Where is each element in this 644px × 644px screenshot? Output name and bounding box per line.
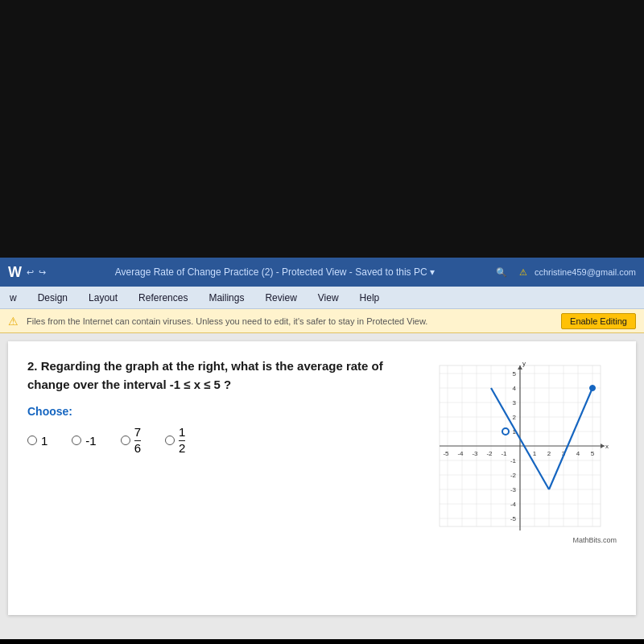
svg-text:4: 4 — [576, 450, 580, 457]
document-area: 2. Regarding the graph at the right, wha… — [0, 333, 644, 639]
choice-3[interactable]: 7 6 — [121, 426, 141, 455]
menu-item-help[interactable]: Help — [357, 291, 383, 305]
redo-icon[interactable]: ↪ — [39, 267, 46, 278]
graph-area: .grid { stroke: #ddd; stroke-width: 0.5;… — [431, 357, 617, 544]
svg-text:x: x — [605, 443, 609, 450]
title-text: Average Rate of Change Practice (2) - Pr… — [115, 266, 427, 278]
radio-2[interactable] — [72, 436, 81, 445]
svg-text:2: 2 — [547, 450, 551, 457]
menu-item-layout[interactable]: Layout — [85, 291, 121, 305]
svg-text:-4: -4 — [510, 501, 517, 508]
menu-item-back[interactable]: w — [6, 291, 20, 305]
svg-text:2: 2 — [513, 414, 517, 421]
svg-text:-5: -5 — [510, 515, 517, 522]
title-bar-left: W ↩ ↪ — [8, 264, 46, 281]
question-header: 2. Regarding the graph at the right, wha… — [27, 357, 415, 394]
svg-text:-1: -1 — [501, 450, 507, 457]
user-email: cchristine459@gmail.com — [535, 267, 636, 277]
warning-icon: ⚠ — [8, 315, 19, 328]
protected-message: Files from the Internet can contain viru… — [27, 316, 427, 326]
radio-1[interactable] — [27, 436, 37, 445]
svg-text:-1: -1 — [510, 457, 517, 464]
choice-4-denominator: 2 — [179, 441, 185, 456]
svg-text:y: y — [522, 360, 526, 367]
choice-1-label: 1 — [41, 434, 47, 448]
question-row: 2. Regarding the graph at the right, wha… — [27, 357, 617, 544]
warning-badge: ⚠ — [519, 267, 527, 277]
document-content: 2. Regarding the graph at the right, wha… — [8, 341, 636, 615]
svg-text:-3: -3 — [472, 450, 478, 457]
svg-text:-2: -2 — [486, 450, 493, 457]
svg-text:-5: -5 — [443, 450, 449, 457]
choices-row: 1 -1 7 6 — [27, 426, 415, 455]
menu-item-review[interactable]: Review — [262, 291, 299, 305]
choice-3-fraction: 7 6 — [134, 426, 141, 455]
menu-item-references[interactable]: References — [135, 291, 191, 305]
menu-item-design[interactable]: Design — [35, 291, 71, 305]
svg-point-51 — [502, 428, 509, 435]
svg-point-52 — [590, 386, 596, 391]
choice-2[interactable]: -1 — [72, 434, 96, 448]
choice-4[interactable]: 1 2 — [165, 426, 185, 455]
radio-4[interactable] — [165, 436, 175, 445]
svg-text:5: 5 — [513, 370, 517, 378]
question-number: 2. — [27, 359, 38, 373]
graph-attribution: MathBits.com — [431, 536, 617, 544]
svg-text:4: 4 — [513, 385, 517, 392]
window-title: Average Rate of Change Practice (2) - Pr… — [54, 266, 496, 278]
svg-text:-2: -2 — [510, 472, 517, 479]
choose-label: Choose: — [27, 405, 415, 418]
graph-container: .grid { stroke: #ddd; stroke-width: 0.5;… — [431, 357, 609, 535]
title-dropdown[interactable]: ▾ — [430, 266, 435, 278]
radio-3[interactable] — [121, 436, 130, 445]
menu-bar: w Design Layout References Mailings Revi… — [0, 287, 644, 309]
menu-item-mailings[interactable]: Mailings — [205, 291, 247, 305]
question-body: Regarding the graph at the right, what i… — [27, 359, 383, 391]
protected-view-bar: ⚠ Files from the Internet can contain vi… — [0, 309, 644, 333]
word-icon: W — [8, 264, 22, 281]
title-bar: W ↩ ↪ Average Rate of Change Practice (2… — [0, 258, 644, 287]
enable-editing-button[interactable]: Enable Editing — [561, 313, 636, 329]
search-icon[interactable]: 🔍 — [496, 267, 507, 277]
user-account[interactable]: 🔍 ⚠ cchristine459@gmail.com — [496, 267, 636, 278]
monitor-top — [0, 0, 644, 258]
undo-icon[interactable]: ↩ — [27, 267, 34, 278]
svg-text:-4: -4 — [457, 450, 464, 457]
svg-marker-25 — [601, 444, 605, 448]
choice-1[interactable]: 1 — [27, 434, 47, 448]
svg-text:5: 5 — [591, 450, 595, 457]
question-text-area: 2. Regarding the graph at the right, wha… — [27, 357, 415, 455]
svg-text:3: 3 — [513, 399, 517, 407]
choice-2-label: -1 — [85, 434, 96, 448]
choice-3-denominator: 6 — [134, 441, 141, 456]
choice-4-numerator: 1 — [179, 426, 185, 441]
menu-item-view[interactable]: View — [315, 291, 342, 305]
coordinate-graph: .grid { stroke: #ddd; stroke-width: 0.5;… — [431, 357, 609, 535]
svg-text:1: 1 — [533, 450, 537, 457]
choice-4-fraction: 1 2 — [179, 426, 185, 455]
svg-text:-3: -3 — [510, 486, 517, 493]
choice-3-numerator: 7 — [134, 426, 141, 441]
